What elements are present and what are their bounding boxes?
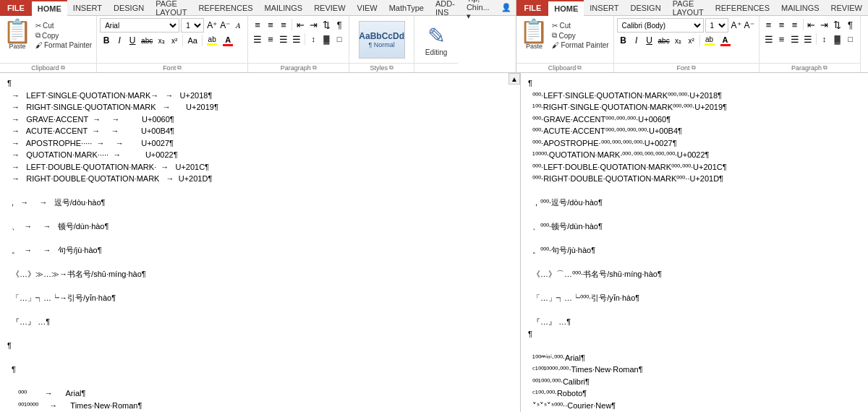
format-painter-icon-right: 🖌 [552, 41, 559, 49]
font-size-selector-right[interactable]: 11 [705, 18, 728, 33]
underline-button-right[interactable]: U [643, 34, 656, 47]
italic-button-left[interactable]: I [113, 34, 126, 47]
show-hide-button[interactable]: ¶ [333, 18, 346, 31]
tab-design-right[interactable]: DESIGN [624, 0, 666, 16]
increase-indent-button[interactable]: ⇥ [307, 18, 320, 31]
font-color-button-left[interactable]: A [220, 34, 236, 47]
clipboard-expand-icon-right[interactable]: ⧉ [577, 64, 582, 72]
font-expand-icon[interactable]: ⧉ [177, 64, 182, 72]
grow-font-button[interactable]: A⁺ [205, 19, 218, 32]
decrease-indent-button-right[interactable]: ⇤ [805, 18, 818, 31]
tab-file-left[interactable]: FILE [0, 0, 32, 16]
justify-button[interactable]: ☰ [290, 33, 303, 46]
align-center-button[interactable]: ≡ [264, 33, 277, 46]
copy-button-left[interactable]: ⧉ Copy [34, 30, 93, 40]
tab-insert-right[interactable]: INSERT [584, 0, 624, 16]
superscript-button-left[interactable]: x² [168, 34, 181, 47]
tab-yip-left[interactable]: Yip, Chin... ▾ [461, 0, 498, 16]
tab-view-left[interactable]: VIEW [352, 0, 383, 16]
strikethrough-button-right[interactable]: abc [656, 34, 672, 47]
list-item: ⁰⁰⁰·RIGHT·DOUBLE·QUOTATION·MARK⁰⁰⁰··U+20… [528, 173, 861, 185]
change-case-button-left[interactable]: Aa [184, 34, 200, 47]
line-spacing-button[interactable]: ↕ [307, 33, 320, 46]
format-painter-button-left[interactable]: 🖌 Format Painter [34, 40, 93, 50]
highlight-button-right[interactable]: ab [702, 34, 718, 47]
multilevel-button[interactable]: ≡ [277, 18, 290, 31]
line-spacing-button-right[interactable]: ↕ [818, 33, 831, 46]
multilevel-button-right[interactable]: ≡ [788, 18, 801, 31]
underline-button-left[interactable]: U [126, 34, 139, 47]
paste-button-left[interactable]: 📋 Paste [3, 18, 32, 50]
copy-button-right[interactable]: ⧉ Copy [550, 30, 610, 40]
highlight-button-left[interactable]: ab [204, 34, 220, 47]
align-left-button-right[interactable]: ☰ [762, 33, 775, 46]
cut-button-right[interactable]: ✂ Cut [550, 21, 610, 30]
user-icon-left[interactable]: 👤 [497, 0, 516, 16]
scroll-up-left[interactable]: ▲ [509, 73, 520, 85]
shrink-font-button[interactable]: A⁻ [218, 19, 231, 32]
decrease-indent-button[interactable]: ⇤ [294, 18, 307, 31]
tab-references-right[interactable]: REFERENCES [710, 0, 775, 16]
shading-button-right[interactable]: ▓ [831, 33, 844, 46]
tab-addins-left[interactable]: ADD-INS [430, 0, 461, 16]
align-center-button-right[interactable]: ≡ [775, 33, 788, 46]
list-item: 、⁰⁰⁰·顿号/dùn·hào¶ [528, 220, 861, 233]
font-expand-icon-right[interactable]: ⧉ [692, 64, 696, 72]
borders-button-right[interactable]: □ [844, 33, 857, 46]
subscript-button-left[interactable]: x₂ [155, 34, 168, 47]
grow-font-button-right[interactable]: A⁺ [730, 19, 743, 32]
tab-insert-left[interactable]: INSERT [67, 0, 108, 16]
align-right-button[interactable]: ☰ [277, 33, 290, 46]
tab-mailings-right[interactable]: MAILINGS [775, 0, 825, 16]
show-hide-button-right[interactable]: ¶ [844, 18, 857, 31]
font-color-button-right[interactable]: A [718, 34, 733, 47]
font-size-selector-left[interactable]: 11 [181, 18, 204, 33]
tab-page-layout-left[interactable]: PAGE LAYOUT [150, 0, 192, 16]
superscript-button-right[interactable]: x² [685, 34, 698, 47]
cut-button-left[interactable]: ✂ Cut [34, 21, 93, 30]
tab-file-right[interactable]: FILE [516, 0, 548, 16]
shading-button[interactable]: ▓ [320, 33, 333, 46]
styles-button[interactable]: AaBbCcDd ¶ Normal [359, 21, 405, 59]
tab-review-left[interactable]: REVIEW [308, 0, 351, 16]
font-name-selector-left[interactable]: Arial [100, 18, 179, 33]
bold-button-right[interactable]: B [617, 34, 630, 47]
tab-design-left[interactable]: DESIGN [108, 0, 150, 16]
increase-indent-button-right[interactable]: ⇥ [818, 18, 831, 31]
font-name-selector-right[interactable]: Calibri (Body) [617, 18, 704, 33]
clipboard-expand-icon[interactable]: ⧉ [61, 64, 65, 72]
tab-home-right[interactable]: HOME [548, 0, 584, 16]
tab-page-layout-right[interactable]: PAGE LAYOUT [667, 0, 710, 16]
italic-button-right[interactable]: I [630, 34, 643, 47]
bullets-button[interactable]: ≡ [251, 18, 264, 31]
align-left-button[interactable]: ☰ [251, 33, 264, 46]
sort-button-right[interactable]: ⇅ [831, 18, 844, 31]
shrink-font-button-right[interactable]: A⁻ [743, 19, 756, 32]
tab-mailings-left[interactable]: MAILINGS [259, 0, 309, 16]
sort-button[interactable]: ⇅ [320, 18, 333, 31]
numbering-button[interactable]: ≡ [264, 18, 277, 31]
borders-button[interactable]: □ [333, 33, 346, 46]
clear-format-button[interactable]: 𝐴 [231, 19, 244, 32]
justify-button-right[interactable]: ☰ [801, 33, 814, 46]
right-doc-pane[interactable]: ¶ ⁰⁰⁰·LEFT·SINGLE·QUOTATION·MARK⁰⁰⁰·⁰⁰⁰·… [521, 73, 868, 412]
paragraph-expand-icon-right[interactable]: ⧉ [823, 64, 827, 72]
subscript-button-right[interactable]: x₂ [672, 34, 685, 47]
bold-button-left[interactable]: B [100, 34, 113, 47]
tab-home-left[interactable]: HOME [32, 0, 67, 16]
numbering-button-right[interactable]: ≡ [775, 18, 788, 31]
tab-mathtype-left[interactable]: MathType [383, 0, 430, 16]
styles-expand-icon[interactable]: ⧉ [389, 64, 393, 72]
align-right-button-right[interactable]: ☰ [788, 33, 801, 46]
list-item [7, 185, 513, 197]
list-item: ¶ [7, 340, 513, 352]
strikethrough-button-left[interactable]: abc [139, 34, 155, 47]
list-item: 「…」┑…┕⁰⁰⁰·引号/yǐn·hào¶ [528, 292, 861, 304]
left-doc-pane[interactable]: ¶ → LEFT·SINGLE·QUOTATION·MARK→ → U+2018… [0, 73, 521, 412]
paragraph-expand-icon[interactable]: ⧉ [312, 64, 317, 72]
tab-review-right[interactable]: REVIEW [825, 0, 868, 16]
paste-button-right[interactable]: 📋 Paste [519, 18, 548, 50]
tab-references-left[interactable]: REFERENCES [192, 0, 258, 16]
format-painter-button-right[interactable]: 🖌 Format Painter [550, 40, 610, 50]
bullets-button-right[interactable]: ≡ [762, 18, 775, 31]
